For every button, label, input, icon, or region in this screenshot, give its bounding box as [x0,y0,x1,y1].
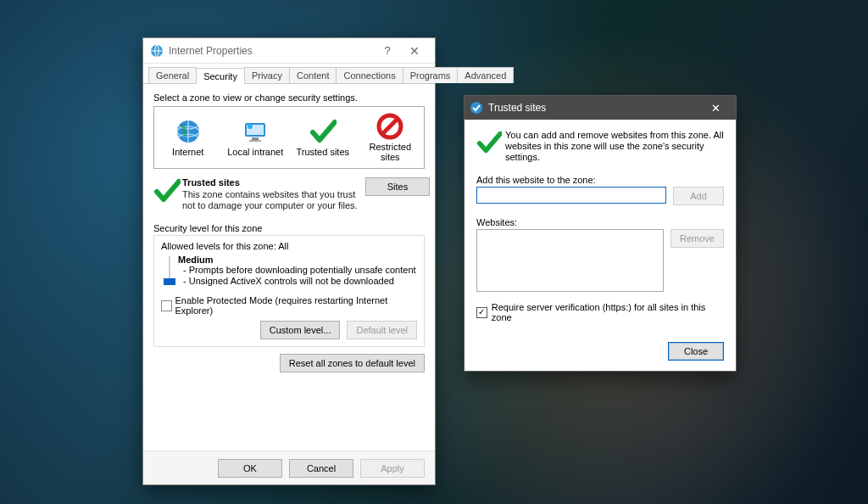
nosign-icon [376,113,403,140]
check-icon [153,177,182,211]
dialog-footer: OK Cancel Apply [143,451,435,484]
zone-label-text: Trusted sites [294,147,352,157]
protected-mode-label: Enable Protected Mode (requires restarti… [175,295,417,316]
selected-zone-title: Trusted sites [182,177,365,188]
add-website-input[interactable] [476,187,666,204]
security-level-group: Allowed levels for this zone: All Medium… [153,235,425,347]
internet-properties-dialog: Internet Properties ? ✕ General Security… [142,37,436,485]
tab-advanced[interactable]: Advanced [457,67,514,83]
tab-connections[interactable]: Connections [336,67,403,83]
svg-rect-6 [249,140,261,142]
websites-listbox[interactable] [476,229,664,292]
selected-zone-desc: This zone contains websites that you tru… [182,189,365,211]
zone-label-text: Internet [159,147,217,157]
tab-content[interactable]: Content [289,67,337,83]
zone-select-label: Select a zone to view or change security… [153,92,425,103]
svg-point-10 [470,102,482,114]
zone-trusted-sites[interactable]: Trusted sites [294,118,352,157]
protected-mode-checkbox[interactable]: Enable Protected Mode (requires restarti… [161,295,417,316]
tab-general[interactable]: General [148,67,197,83]
close-button[interactable]: ✕ [700,98,731,118]
add-button[interactable]: Add [673,187,724,205]
svg-line-9 [382,119,398,134]
tab-privacy[interactable]: Privacy [244,67,290,83]
zone-internet[interactable]: Internet [159,118,217,157]
zone-local-intranet[interactable]: Local intranet [226,118,284,157]
allowed-levels-text: Allowed levels for this zone: All [161,241,417,251]
intro-text: You can add and remove websites from thi… [505,130,724,163]
add-website-label: Add this website to the zone: [476,175,724,185]
zone-label-text: Local intranet [226,147,284,157]
remove-button[interactable]: Remove [670,229,724,248]
dialog-title: Internet Properties [169,45,253,57]
globe-icon [175,118,202,145]
apply-button[interactable]: Apply [360,459,425,478]
default-level-button[interactable]: Default level [347,321,417,339]
custom-level-button[interactable]: Custom level... [260,321,341,339]
titlebar[interactable]: Internet Properties ? ✕ [143,38,435,64]
monitor-icon [242,118,269,145]
check-icon [476,130,505,163]
require-https-checkbox[interactable]: ✓ Require server verification (https:) f… [476,302,724,322]
internet-options-icon [150,44,164,58]
reset-all-zones-button[interactable]: Reset all zones to default level [280,354,425,372]
dialog-title: Trusted sites [488,102,546,114]
security-level-bullet: - Prompts before downloading potentially… [183,265,417,276]
sites-button[interactable]: Sites [365,177,430,196]
security-slider[interactable] [161,255,178,287]
security-level-bullet: - Unsigned ActiveX controls will not be … [183,276,417,287]
trusted-sites-dialog: Trusted sites ✕ You can add and remove w… [464,95,737,372]
shield-check-icon [470,101,483,115]
checkbox-icon: ✓ [476,307,487,318]
zone-label-text: Restricted sites [361,142,419,162]
tabstrip: General Security Privacy Content Connect… [143,64,435,84]
titlebar[interactable]: Trusted sites ✕ [465,96,736,120]
checkbox-icon [161,300,172,311]
websites-label: Websites: [476,217,724,227]
tab-programs[interactable]: Programs [403,67,459,83]
tab-security[interactable]: Security [196,68,245,84]
ok-button[interactable]: OK [218,459,282,478]
svg-rect-5 [252,137,259,140]
require-https-label: Require server verification (https:) for… [492,302,724,322]
close-dialog-button[interactable]: Close [668,342,724,361]
cancel-button[interactable]: Cancel [289,459,353,478]
zone-list: Internet Local intranet Trusted sites Re… [153,106,425,169]
security-level-name: Medium [178,255,417,265]
check-icon [309,118,337,145]
tab-body: Select a zone to view or change security… [143,84,435,451]
svg-point-7 [248,124,253,129]
close-button[interactable]: ✕ [401,42,428,59]
help-button[interactable]: ? [374,42,401,59]
zone-restricted-sites[interactable]: Restricted sites [361,113,419,162]
security-level-group-label: Security level for this zone [153,223,425,233]
